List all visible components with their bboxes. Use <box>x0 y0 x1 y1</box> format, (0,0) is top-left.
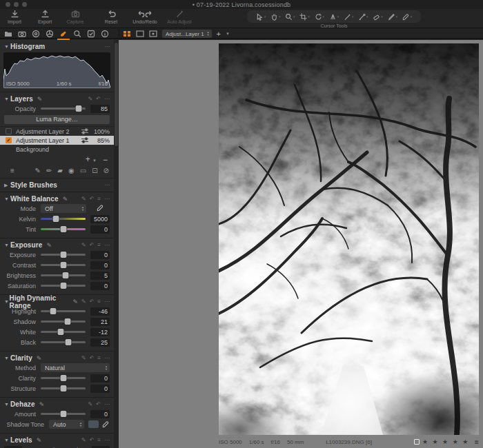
clarity-pen-icon[interactable]: ✎ <box>81 355 86 361</box>
sidebar-scrollbar-thumb[interactable] <box>115 43 118 146</box>
kelvin-slider[interactable] <box>41 218 86 220</box>
contrast-value[interactable]: 0 <box>90 261 110 269</box>
rotate-tool[interactable]: ▾ <box>315 13 325 21</box>
dehaze-collapse-icon[interactable]: ▼ <box>4 402 10 407</box>
layer2-visibility-checkbox[interactable] <box>6 128 12 134</box>
clone-tool[interactable]: ▾ <box>358 13 368 21</box>
contrast-slider[interactable] <box>41 264 86 266</box>
saturation-value[interactable]: 0 <box>90 282 110 290</box>
tint-slider-handle[interactable] <box>60 226 66 232</box>
layer-row-adjustment-1[interactable]: ✓ Adjustment Layer 1 85% <box>0 136 114 145</box>
layer1-visibility-checkbox[interactable]: ✓ <box>6 137 12 143</box>
exposure-slider-handle[interactable] <box>60 252 66 258</box>
fill-mask-icon[interactable]: ⊡ <box>92 167 97 174</box>
current-layer-dropdown[interactable]: Adjust...Layer 1 ▲▼ <box>162 30 212 38</box>
capture-button[interactable]: Capture <box>62 10 88 24</box>
shadow-slider-handle[interactable] <box>65 318 71 325</box>
capture-tab[interactable] <box>18 30 26 38</box>
reset-button[interactable]: Reset <box>98 10 124 24</box>
brightness-slider-handle[interactable] <box>62 272 68 278</box>
opacity-value[interactable]: 85 <box>90 105 110 113</box>
shadow-tone-eyedropper-icon[interactable] <box>102 420 110 428</box>
kelvin-value[interactable]: 5000 <box>90 215 110 223</box>
contrast-slider-handle[interactable] <box>60 262 66 268</box>
variants-grid-icon[interactable]: ≣ <box>474 439 479 445</box>
dehaze-amount-slider[interactable] <box>41 413 86 415</box>
dehaze-reset-icon[interactable]: ↶ <box>96 401 101 407</box>
clarity-method-dropdown[interactable]: Natural ▲▼ <box>41 363 110 372</box>
dehaze-amount-handle[interactable] <box>60 411 66 417</box>
wb-more-icon[interactable]: ⋯ <box>104 196 110 202</box>
wb-eyedropper-icon[interactable] <box>90 204 110 213</box>
luma-range-button[interactable]: Luma Range… <box>4 115 110 124</box>
layers-more-icon[interactable]: ⋯ <box>104 96 110 102</box>
new-layer-button[interactable]: + <box>217 30 221 38</box>
clarity-presets-icon[interactable]: ≡ <box>97 355 101 361</box>
white-slider[interactable] <box>41 331 86 333</box>
style-brushes-more-icon[interactable]: ⋯ <box>104 182 110 188</box>
clarity-edit-pen-icon[interactable]: ✎ <box>37 355 42 362</box>
hdr-edit-pen-icon[interactable]: ✎ <box>72 298 78 305</box>
highlight-value[interactable]: -46 <box>90 307 110 316</box>
brush-settings-icon[interactable]: ✏ <box>46 167 52 174</box>
levels-pen-icon[interactable]: ✎ <box>81 437 86 443</box>
dehaze-pen-icon[interactable]: ✎ <box>88 401 93 407</box>
wb-pen-icon[interactable]: ✎ <box>81 196 86 202</box>
dehaze-edit-pen-icon[interactable]: ✎ <box>39 401 45 408</box>
details-tab[interactable] <box>73 30 81 38</box>
hdr-collapse-icon[interactable]: ▼ <box>4 299 10 304</box>
auto-adjust-button[interactable]: Auto Adjust <box>164 10 195 24</box>
erase-mask-icon[interactable]: ▭ <box>80 167 86 174</box>
saturation-slider[interactable] <box>41 285 86 287</box>
spot-removal-tool[interactable]: ▾ <box>344 13 354 21</box>
wb-presets-icon[interactable]: ≡ <box>97 196 101 202</box>
white-value[interactable]: -12 <box>90 328 110 336</box>
photo-canvas[interactable] <box>219 43 479 435</box>
dehaze-more-icon[interactable]: ⋯ <box>104 401 110 407</box>
metadata-tab[interactable] <box>87 30 95 38</box>
wb-mode-dropdown[interactable]: Off ▲▼ <box>41 204 86 213</box>
crop-tool[interactable]: ▾ <box>299 13 310 21</box>
structure-value[interactable]: 0 <box>90 385 110 393</box>
viewer-view-icon[interactable] <box>136 30 144 37</box>
loupe-tool[interactable]: ▾ <box>285 13 295 21</box>
clarity-slider[interactable] <box>41 377 86 379</box>
thumbnail-grid-icon[interactable] <box>123 30 131 37</box>
layers-brush-icon[interactable]: ✎ <box>88 96 93 102</box>
pick-color-tool[interactable]: ▾ <box>402 13 413 21</box>
highlight-slider-handle[interactable] <box>50 308 57 314</box>
exposure-tab[interactable] <box>59 30 68 38</box>
histogram-more-icon[interactable]: ⋯ <box>104 43 110 50</box>
undo-redo-button[interactable]: Undo/Redo <box>128 10 161 24</box>
dehaze-amount-value[interactable]: 0 <box>90 410 110 418</box>
clarity-reset-icon[interactable]: ↶ <box>90 355 95 361</box>
info-tab[interactable] <box>101 30 109 38</box>
mask-options-icon[interactable]: ≡ <box>10 167 14 174</box>
clear-mask-icon[interactable]: ⊘ <box>103 167 109 174</box>
add-layer-button[interactable]: + ▼ <box>86 156 97 164</box>
highlight-slider[interactable] <box>41 310 86 312</box>
levels-edit-pen-icon[interactable]: ✎ <box>37 437 42 444</box>
remove-layer-button[interactable]: − <box>103 156 108 163</box>
draw-mask-tool[interactable]: ▾ <box>388 13 398 21</box>
hdr-reset-icon[interactable]: ↶ <box>90 298 95 305</box>
wb-reset-icon[interactable]: ↶ <box>90 196 95 202</box>
brightness-slider[interactable] <box>41 274 86 276</box>
black-slider-handle[interactable] <box>66 339 72 345</box>
clarity-value[interactable]: 0 <box>90 374 110 383</box>
erase-tool[interactable]: ▾ <box>373 13 383 21</box>
clarity-more-icon[interactable]: ⋯ <box>104 355 110 361</box>
lens-tab[interactable] <box>32 30 40 38</box>
proof-view-icon[interactable] <box>149 30 157 37</box>
star-rating[interactable]: ★ ★ ★ ★ ★ <box>422 438 469 445</box>
levels-more-icon[interactable]: ⋯ <box>104 437 110 443</box>
color-tag-checkbox[interactable] <box>414 439 420 445</box>
levels-presets-icon[interactable]: ≡ <box>97 437 101 443</box>
shadow-tone-swatch[interactable] <box>88 420 99 428</box>
library-tab[interactable] <box>4 30 12 38</box>
import-button[interactable]: Import <box>1 10 28 24</box>
shadow-value[interactable]: 21 <box>90 318 110 326</box>
sidebar-scrollbar[interactable] <box>114 40 119 448</box>
wb-edit-pen-icon[interactable]: ✎ <box>63 196 68 203</box>
exposure-slider[interactable] <box>41 254 86 256</box>
